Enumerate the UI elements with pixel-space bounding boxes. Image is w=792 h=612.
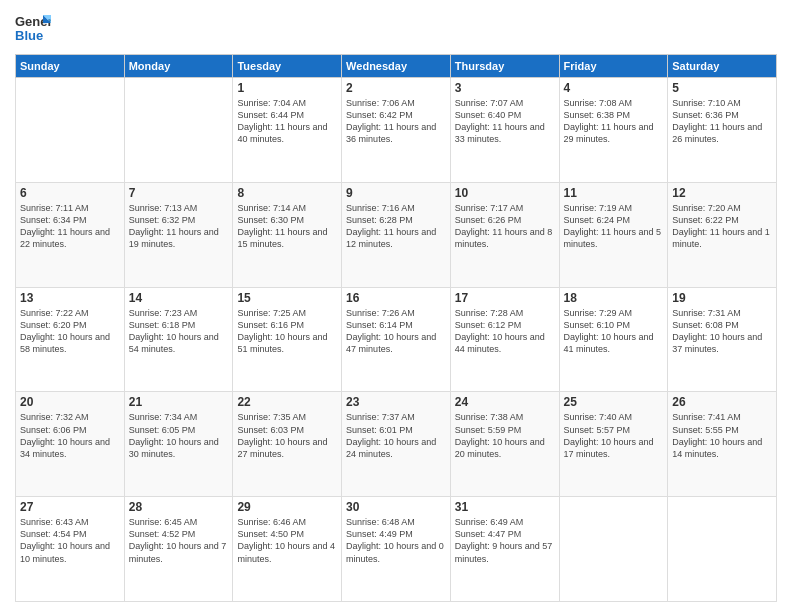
calendar-cell: 11Sunrise: 7:19 AM Sunset: 6:24 PM Dayli…: [559, 182, 668, 287]
calendar-table: SundayMondayTuesdayWednesdayThursdayFrid…: [15, 54, 777, 602]
day-number: 25: [564, 395, 664, 409]
day-info: Sunrise: 7:41 AM Sunset: 5:55 PM Dayligh…: [672, 411, 772, 460]
day-info: Sunrise: 7:29 AM Sunset: 6:10 PM Dayligh…: [564, 307, 664, 356]
day-number: 13: [20, 291, 120, 305]
day-number: 9: [346, 186, 446, 200]
day-number: 19: [672, 291, 772, 305]
calendar-cell: 28Sunrise: 6:45 AM Sunset: 4:52 PM Dayli…: [124, 497, 233, 602]
day-number: 4: [564, 81, 664, 95]
day-info: Sunrise: 7:13 AM Sunset: 6:32 PM Dayligh…: [129, 202, 229, 251]
calendar-cell: 23Sunrise: 7:37 AM Sunset: 6:01 PM Dayli…: [342, 392, 451, 497]
day-info: Sunrise: 7:35 AM Sunset: 6:03 PM Dayligh…: [237, 411, 337, 460]
calendar-cell: 21Sunrise: 7:34 AM Sunset: 6:05 PM Dayli…: [124, 392, 233, 497]
calendar-week-1: 1Sunrise: 7:04 AM Sunset: 6:44 PM Daylig…: [16, 78, 777, 183]
calendar-cell: 12Sunrise: 7:20 AM Sunset: 6:22 PM Dayli…: [668, 182, 777, 287]
day-info: Sunrise: 6:45 AM Sunset: 4:52 PM Dayligh…: [129, 516, 229, 565]
day-info: Sunrise: 7:19 AM Sunset: 6:24 PM Dayligh…: [564, 202, 664, 251]
day-info: Sunrise: 6:46 AM Sunset: 4:50 PM Dayligh…: [237, 516, 337, 565]
day-info: Sunrise: 7:23 AM Sunset: 6:18 PM Dayligh…: [129, 307, 229, 356]
day-number: 23: [346, 395, 446, 409]
day-number: 15: [237, 291, 337, 305]
calendar-cell: 26Sunrise: 7:41 AM Sunset: 5:55 PM Dayli…: [668, 392, 777, 497]
calendar-cell: 15Sunrise: 7:25 AM Sunset: 6:16 PM Dayli…: [233, 287, 342, 392]
calendar-cell: 6Sunrise: 7:11 AM Sunset: 6:34 PM Daylig…: [16, 182, 125, 287]
day-info: Sunrise: 7:16 AM Sunset: 6:28 PM Dayligh…: [346, 202, 446, 251]
day-number: 1: [237, 81, 337, 95]
calendar-cell: 19Sunrise: 7:31 AM Sunset: 6:08 PM Dayli…: [668, 287, 777, 392]
calendar-week-4: 20Sunrise: 7:32 AM Sunset: 6:06 PM Dayli…: [16, 392, 777, 497]
day-number: 28: [129, 500, 229, 514]
day-number: 21: [129, 395, 229, 409]
calendar-cell: 18Sunrise: 7:29 AM Sunset: 6:10 PM Dayli…: [559, 287, 668, 392]
day-number: 14: [129, 291, 229, 305]
day-info: Sunrise: 7:20 AM Sunset: 6:22 PM Dayligh…: [672, 202, 772, 251]
dow-header-tuesday: Tuesday: [233, 55, 342, 78]
day-number: 12: [672, 186, 772, 200]
svg-text:Blue: Blue: [15, 28, 43, 43]
day-number: 31: [455, 500, 555, 514]
calendar-cell: [16, 78, 125, 183]
calendar-cell: 31Sunrise: 6:49 AM Sunset: 4:47 PM Dayli…: [450, 497, 559, 602]
calendar-cell: [559, 497, 668, 602]
page-header: General Blue: [15, 10, 777, 46]
day-number: 24: [455, 395, 555, 409]
day-info: Sunrise: 7:04 AM Sunset: 6:44 PM Dayligh…: [237, 97, 337, 146]
calendar-cell: 24Sunrise: 7:38 AM Sunset: 5:59 PM Dayli…: [450, 392, 559, 497]
day-info: Sunrise: 7:26 AM Sunset: 6:14 PM Dayligh…: [346, 307, 446, 356]
calendar-week-2: 6Sunrise: 7:11 AM Sunset: 6:34 PM Daylig…: [16, 182, 777, 287]
day-number: 30: [346, 500, 446, 514]
day-info: Sunrise: 7:32 AM Sunset: 6:06 PM Dayligh…: [20, 411, 120, 460]
calendar-cell: 9Sunrise: 7:16 AM Sunset: 6:28 PM Daylig…: [342, 182, 451, 287]
day-number: 8: [237, 186, 337, 200]
calendar-cell: 22Sunrise: 7:35 AM Sunset: 6:03 PM Dayli…: [233, 392, 342, 497]
day-info: Sunrise: 7:22 AM Sunset: 6:20 PM Dayligh…: [20, 307, 120, 356]
day-info: Sunrise: 7:07 AM Sunset: 6:40 PM Dayligh…: [455, 97, 555, 146]
day-number: 27: [20, 500, 120, 514]
calendar-week-5: 27Sunrise: 6:43 AM Sunset: 4:54 PM Dayli…: [16, 497, 777, 602]
day-number: 3: [455, 81, 555, 95]
day-number: 18: [564, 291, 664, 305]
day-info: Sunrise: 7:40 AM Sunset: 5:57 PM Dayligh…: [564, 411, 664, 460]
day-number: 29: [237, 500, 337, 514]
calendar-cell: 3Sunrise: 7:07 AM Sunset: 6:40 PM Daylig…: [450, 78, 559, 183]
calendar-cell: 2Sunrise: 7:06 AM Sunset: 6:42 PM Daylig…: [342, 78, 451, 183]
day-number: 17: [455, 291, 555, 305]
day-info: Sunrise: 7:11 AM Sunset: 6:34 PM Dayligh…: [20, 202, 120, 251]
logo: General Blue: [15, 10, 51, 46]
day-number: 6: [20, 186, 120, 200]
day-number: 22: [237, 395, 337, 409]
calendar-cell: 5Sunrise: 7:10 AM Sunset: 6:36 PM Daylig…: [668, 78, 777, 183]
calendar-cell: 10Sunrise: 7:17 AM Sunset: 6:26 PM Dayli…: [450, 182, 559, 287]
dow-header-saturday: Saturday: [668, 55, 777, 78]
calendar-cell: 25Sunrise: 7:40 AM Sunset: 5:57 PM Dayli…: [559, 392, 668, 497]
day-number: 7: [129, 186, 229, 200]
dow-header-sunday: Sunday: [16, 55, 125, 78]
day-info: Sunrise: 7:28 AM Sunset: 6:12 PM Dayligh…: [455, 307, 555, 356]
day-info: Sunrise: 7:34 AM Sunset: 6:05 PM Dayligh…: [129, 411, 229, 460]
day-info: Sunrise: 7:10 AM Sunset: 6:36 PM Dayligh…: [672, 97, 772, 146]
day-number: 20: [20, 395, 120, 409]
day-number: 26: [672, 395, 772, 409]
logo-icon: General Blue: [15, 10, 51, 46]
day-info: Sunrise: 7:38 AM Sunset: 5:59 PM Dayligh…: [455, 411, 555, 460]
calendar-cell: 7Sunrise: 7:13 AM Sunset: 6:32 PM Daylig…: [124, 182, 233, 287]
day-info: Sunrise: 6:43 AM Sunset: 4:54 PM Dayligh…: [20, 516, 120, 565]
calendar-cell: 20Sunrise: 7:32 AM Sunset: 6:06 PM Dayli…: [16, 392, 125, 497]
day-number: 16: [346, 291, 446, 305]
calendar-cell: [668, 497, 777, 602]
day-info: Sunrise: 7:17 AM Sunset: 6:26 PM Dayligh…: [455, 202, 555, 251]
day-info: Sunrise: 7:08 AM Sunset: 6:38 PM Dayligh…: [564, 97, 664, 146]
day-info: Sunrise: 7:14 AM Sunset: 6:30 PM Dayligh…: [237, 202, 337, 251]
dow-header-monday: Monday: [124, 55, 233, 78]
dow-header-friday: Friday: [559, 55, 668, 78]
calendar-cell: 16Sunrise: 7:26 AM Sunset: 6:14 PM Dayli…: [342, 287, 451, 392]
day-number: 5: [672, 81, 772, 95]
calendar-cell: 17Sunrise: 7:28 AM Sunset: 6:12 PM Dayli…: [450, 287, 559, 392]
calendar-cell: [124, 78, 233, 183]
day-info: Sunrise: 7:31 AM Sunset: 6:08 PM Dayligh…: [672, 307, 772, 356]
calendar-cell: 13Sunrise: 7:22 AM Sunset: 6:20 PM Dayli…: [16, 287, 125, 392]
day-number: 2: [346, 81, 446, 95]
day-info: Sunrise: 7:37 AM Sunset: 6:01 PM Dayligh…: [346, 411, 446, 460]
calendar-cell: 1Sunrise: 7:04 AM Sunset: 6:44 PM Daylig…: [233, 78, 342, 183]
day-info: Sunrise: 7:06 AM Sunset: 6:42 PM Dayligh…: [346, 97, 446, 146]
